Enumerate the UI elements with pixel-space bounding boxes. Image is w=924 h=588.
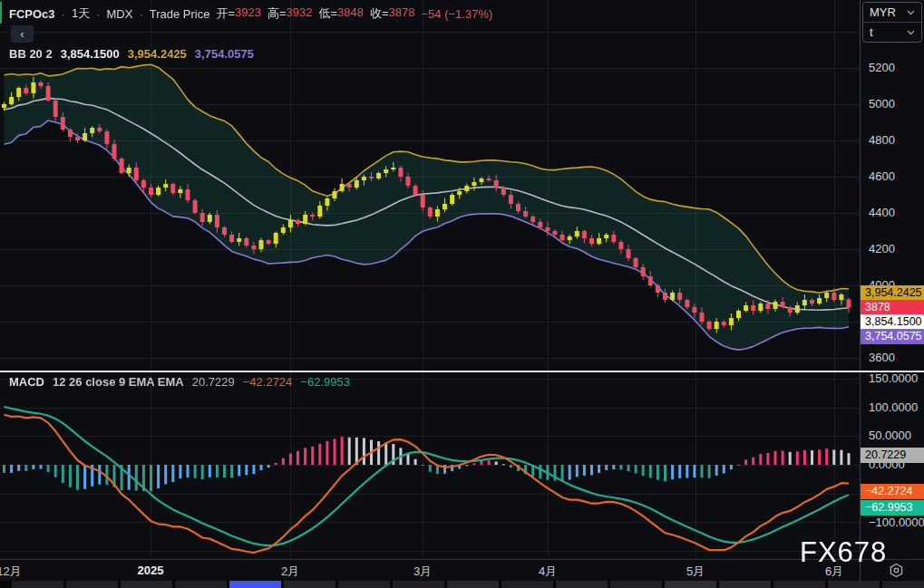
taskbar-segment[interactable] (882, 581, 924, 588)
bb-upper-tag: 3,954.2425 (861, 285, 924, 301)
currency-selector[interactable]: MYR (863, 3, 921, 22)
ohlc-low: 低=3848 (318, 5, 364, 22)
chart-canvas[interactable] (0, 0, 860, 559)
taskbar-segment[interactable] (610, 581, 662, 588)
time-axis-label: 2025 (132, 564, 169, 577)
bb-basis-tag: 3,854.1500 (861, 314, 924, 330)
last-price-tag: 3878 (861, 300, 924, 315)
macd-hist-value: 20.7229 (192, 375, 235, 389)
separator-dot: · (96, 7, 100, 21)
taskbar-segment[interactable] (121, 581, 172, 588)
axis-tick-label: 50.0000 (869, 429, 911, 443)
separator-dot: · (139, 7, 142, 21)
symbol-legend: FCPOc3 · 1天 · MDX · Trade Price 开=3923 高… (9, 5, 492, 22)
bb-upper-value: 3,954.2425 (128, 47, 187, 61)
macd-params: 12 26 close 9 EMA EMA (53, 375, 184, 389)
bb-lower-value: 3,754.0575 (195, 47, 254, 61)
fx678-watermark: FX678 (800, 536, 887, 569)
taskbar-segment[interactable] (66, 581, 118, 588)
axis-tick-label: 100.0000 (869, 400, 918, 415)
taskbar-segment[interactable] (556, 581, 608, 588)
ohlc-open: 开=3923 (216, 5, 261, 22)
screen-edge-artifact (0, 2, 2, 24)
chevron-down-icon (907, 30, 915, 35)
taskbar-segment[interactable] (447, 581, 499, 588)
interval-button[interactable]: 1天 (72, 5, 90, 22)
exchange-label: MDX (107, 7, 133, 21)
taskbar-segment[interactable] (828, 581, 880, 588)
taskbar-segment[interactable] (665, 581, 716, 588)
taskbar-segment[interactable] (338, 581, 390, 588)
taskbar-segment[interactable] (175, 581, 227, 588)
axis-tick-label: 4600 (869, 169, 895, 184)
time-axis-label: 12月 (0, 564, 27, 580)
bb-label[interactable]: BB 20 2 (9, 47, 53, 61)
axis-tick-label: 4200 (869, 242, 895, 256)
symbol-button[interactable]: FCPOc3 (9, 7, 55, 21)
change-value: −54 (−1.37%) (422, 7, 493, 21)
axis-tick-label: −100.0000 (869, 516, 924, 530)
macd-label[interactable]: MACD (9, 375, 44, 389)
ohlc-close: 收=3878 (370, 5, 415, 22)
bb-indicator-legend: BB 20 2 3,854.1500 3,954.2425 3,754.0575 (9, 47, 254, 61)
time-axis-label: 5月 (677, 564, 714, 580)
unit-value: t (870, 25, 873, 39)
back-button[interactable]: ‹ (11, 25, 34, 43)
macd-indicator-legend: MACD 12 26 close 9 EMA EMA 20.7229 −42.2… (9, 375, 350, 389)
taskbar-segment[interactable] (501, 581, 553, 588)
time-axis-label: 3月 (404, 564, 441, 580)
price-axis[interactable]: 520050004800460044004200400038003600150.… (860, 0, 924, 559)
macd-signal-tag: −62.9953 (861, 500, 924, 516)
time-axis[interactable]: 12月20252月3月4月5月6月 (0, 559, 860, 582)
unit-selector[interactable]: t (863, 23, 921, 42)
time-axis-label: 4月 (530, 564, 566, 580)
axis-tick-label: 5200 (869, 61, 895, 75)
bb-basis-value: 3,854.1500 (61, 47, 120, 61)
axis-unit-widget: MYR t (862, 2, 922, 43)
taskbar-segment[interactable] (229, 581, 281, 588)
axis-tick-label: 5000 (869, 97, 895, 111)
axis-settings-gear-icon[interactable] (889, 563, 904, 578)
axis-tick-label: 4800 (869, 133, 895, 148)
trading-chart-app: FCPOc3 · 1天 · MDX · Trade Price 开=3923 高… (0, 0, 924, 588)
macd-line-value: −42.2724 (243, 375, 293, 389)
axis-tick-label: 150.0000 (869, 371, 918, 386)
taskbar-segment[interactable] (393, 581, 444, 588)
taskbar-segment[interactable] (719, 581, 771, 588)
time-axis-label: 2月 (272, 564, 308, 580)
pane-separator[interactable] (0, 371, 924, 372)
separator-dot: · (62, 7, 65, 21)
chevron-left-icon: ‹ (20, 27, 24, 41)
taskbar-segment[interactable] (12, 581, 63, 588)
taskbar-segment[interactable] (773, 581, 825, 588)
currency-value: MYR (870, 5, 896, 19)
ohlc-high: 高=3932 (267, 5, 313, 22)
bb-lower-tag: 3,754.0575 (861, 329, 924, 344)
bottom-edge-strip (0, 581, 924, 588)
taskbar-segment[interactable] (284, 581, 336, 588)
macd-hist-tag: 20.7229 (861, 448, 924, 463)
axis-tick-label: 4400 (869, 206, 895, 220)
macd-signal-value: −62.9953 (300, 375, 350, 389)
chevron-down-icon (907, 10, 915, 15)
series-type-label: Trade Price (150, 7, 210, 21)
axis-tick-label: 3600 (869, 351, 895, 365)
macd-line-tag: −42.2724 (861, 484, 924, 499)
